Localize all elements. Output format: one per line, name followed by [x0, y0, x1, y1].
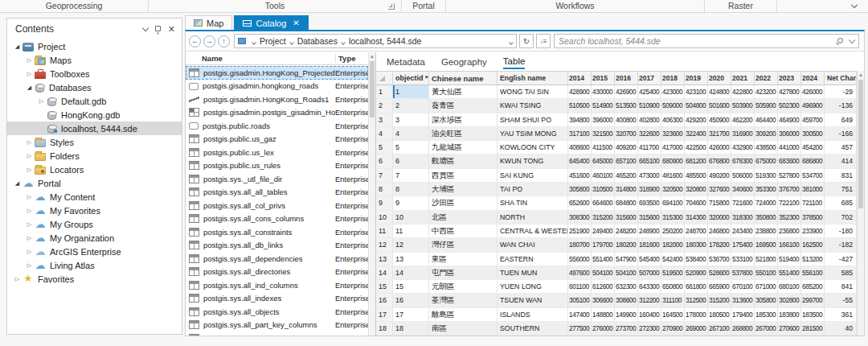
expander-collapsed-icon[interactable]: ▷ [24, 194, 35, 200]
net-change-cell[interactable]: 649 [825, 113, 857, 126]
row-number-cell[interactable]: 16 [376, 294, 393, 307]
year-2023-cell[interactable]: 306000 [778, 127, 801, 140]
year-2014-cell[interactable]: 408600 [568, 141, 592, 154]
expander-collapsed-icon[interactable]: ▷ [36, 98, 47, 105]
chinese-name-cell[interactable]: 東區 [429, 253, 497, 266]
year-2014-cell[interactable]: 645400 [568, 154, 592, 167]
year-2024-cell[interactable]: 513200 [801, 253, 825, 266]
year-2022-cell[interactable]: 519300 [755, 169, 778, 182]
tree-item-maps[interactable]: ▷Maps [7, 53, 182, 67]
year-2017-cell[interactable]: 473000 [638, 169, 661, 182]
year-2023-cell[interactable]: 270600 [778, 322, 801, 335]
tree-item-toolboxes[interactable]: ▷Toolboxes [7, 67, 182, 80]
year-2016-cell[interactable]: 248200 [615, 224, 638, 237]
row-number-cell[interactable]: 5 [376, 141, 393, 154]
catalog-list-row[interactable]: postgis.sys.all_all_tablesEnterprise [186, 186, 368, 200]
year-2016-cell[interactable]: 400800 [615, 113, 638, 126]
year-2021-cell[interactable]: 313600 [731, 294, 755, 307]
year-2021-cell[interactable]: 179400 [731, 308, 755, 321]
tree-item-default-gdb[interactable]: ▷Default.gdb [7, 94, 182, 108]
column-header-2020[interactable]: 2020 [708, 72, 731, 84]
english-name-cell[interactable]: CENTRAL & WESTERN [497, 224, 568, 237]
year-2014-cell[interactable]: 652600 [568, 196, 592, 209]
year-2016-cell[interactable]: 180200 [615, 238, 638, 251]
chevron-down-icon[interactable] [341, 40, 346, 45]
year-2019-cell[interactable]: 314300 [685, 211, 708, 224]
year-2021-cell[interactable]: 340600 [731, 183, 755, 196]
year-2023-cell[interactable]: 683600 [778, 154, 801, 167]
tree-item-databases[interactable]: ◢Databases [7, 80, 182, 94]
net-change-cell[interactable]: -180 [825, 224, 857, 237]
year-2021-cell[interactable]: 506000 [731, 169, 755, 182]
year-2022-cell[interactable]: 353300 [755, 183, 778, 196]
year-2021-cell[interactable]: 537800 [731, 266, 755, 279]
scroll-up-icon[interactable]: ▲ [369, 52, 375, 60]
row-number-cell[interactable]: 1 [376, 85, 393, 98]
expander-expanded-icon[interactable]: ◢ [24, 84, 35, 91]
year-2015-cell[interactable]: 460100 [592, 169, 615, 182]
english-name-cell[interactable]: SHA TIN [497, 196, 568, 209]
year-2014-cell[interactable]: 451600 [568, 169, 592, 182]
catalog-list-row[interactable]: postgis.sys.all_constraintsEnterprise [186, 225, 368, 239]
row-number-cell[interactable]: 6 [376, 154, 393, 167]
objectid-cell[interactable]: 5 [393, 141, 429, 154]
breadcrumb-dropdown-chevron-icon[interactable] [509, 40, 514, 45]
year-2015-cell[interactable]: 315200 [592, 211, 615, 224]
year-2015-cell[interactable]: 249400 [592, 224, 615, 237]
year-2015-cell[interactable]: 504100 [592, 266, 615, 279]
row-number-cell[interactable]: 17 [376, 308, 393, 321]
year-2016-cell[interactable]: 308600 [615, 294, 638, 307]
breadcrumb-current[interactable]: localhost, 5444.sde [349, 36, 421, 46]
year-2017-cell[interactable]: 160400 [638, 308, 661, 321]
english-name-cell[interactable]: SAI KUNG [497, 169, 568, 182]
column-header-objectid-[interactable]: objectid * [393, 72, 429, 84]
tree-item-folders[interactable]: ▷Folders [7, 149, 182, 163]
net-change-cell[interactable]: 751 [825, 183, 857, 196]
catalog-list-row[interactable]: postgis.sys.all_cons_columnsEnterprise [186, 212, 368, 226]
scroll-up-icon[interactable]: ▲ [858, 71, 864, 79]
row-number-cell[interactable]: 11 [376, 224, 393, 237]
year-2024-cell[interactable]: 233900 [801, 224, 825, 237]
year-2014-cell[interactable]: 428900 [568, 85, 592, 98]
year-2021-cell[interactable]: 422800 [731, 85, 755, 98]
year-2014-cell[interactable]: 317100 [568, 127, 592, 140]
tree-item-project[interactable]: ◢Project [7, 39, 182, 53]
year-2024-cell[interactable]: 162500 [801, 238, 825, 251]
year-2023-cell[interactable]: 464900 [778, 113, 801, 126]
year-2020-cell[interactable]: 315200 [708, 294, 731, 307]
year-2016-cell[interactable]: 657100 [615, 154, 638, 167]
english-name-cell[interactable]: SHAM SHUI PO [497, 113, 568, 126]
year-2024-cell[interactable]: 299700 [801, 294, 825, 307]
year-2018-cell[interactable]: 182000 [661, 238, 685, 251]
net-change-cell[interactable]: -182 [825, 238, 857, 251]
chinese-name-cell[interactable]: 南區 [429, 322, 497, 335]
row-number-cell[interactable]: 3 [376, 113, 393, 126]
chinese-name-cell[interactable]: 北區 [429, 211, 497, 224]
year-2021-cell[interactable]: 243400 [731, 224, 755, 237]
tree-item-my-content[interactable]: ▷☁My Content [7, 190, 182, 204]
column-header-2018[interactable]: 2018 [661, 72, 685, 84]
objectid-cell[interactable]: 10 [393, 211, 429, 224]
year-2024-cell[interactable]: 685200 [801, 280, 825, 293]
year-2018-cell[interactable]: 694100 [661, 196, 685, 209]
net-change-cell[interactable]: 685 [825, 196, 857, 209]
year-2022-cell[interactable]: 671000 [755, 280, 778, 293]
back-button[interactable]: ← [189, 35, 201, 47]
year-2018-cell[interactable]: 542400 [661, 253, 685, 266]
year-2022-cell[interactable]: 238800 [755, 224, 778, 237]
year-2019-cell[interactable]: 322400 [685, 127, 708, 140]
year-2019-cell[interactable]: 180300 [685, 238, 708, 251]
year-2017-cell[interactable]: 545400 [638, 253, 661, 266]
year-2017-cell[interactable]: 248900 [638, 224, 661, 237]
year-2019-cell[interactable]: 429200 [685, 113, 708, 126]
year-2022-cell[interactable]: 438500 [755, 141, 778, 154]
year-2023-cell[interactable]: 352300 [778, 211, 801, 224]
tree-item-locators[interactable]: ▷Locators [7, 163, 182, 176]
panel-menu-chevron-icon[interactable] [142, 24, 149, 31]
year-2021-cell[interactable]: 316900 [731, 127, 755, 140]
row-number-cell[interactable]: 4 [376, 127, 393, 140]
year-2024-cell[interactable]: 454200 [801, 141, 825, 154]
expander-collapsed-icon[interactable]: ▷ [24, 71, 35, 77]
year-2022-cell[interactable]: 464400 [755, 113, 778, 126]
tab-close-icon[interactable]: ✕ [293, 19, 299, 27]
